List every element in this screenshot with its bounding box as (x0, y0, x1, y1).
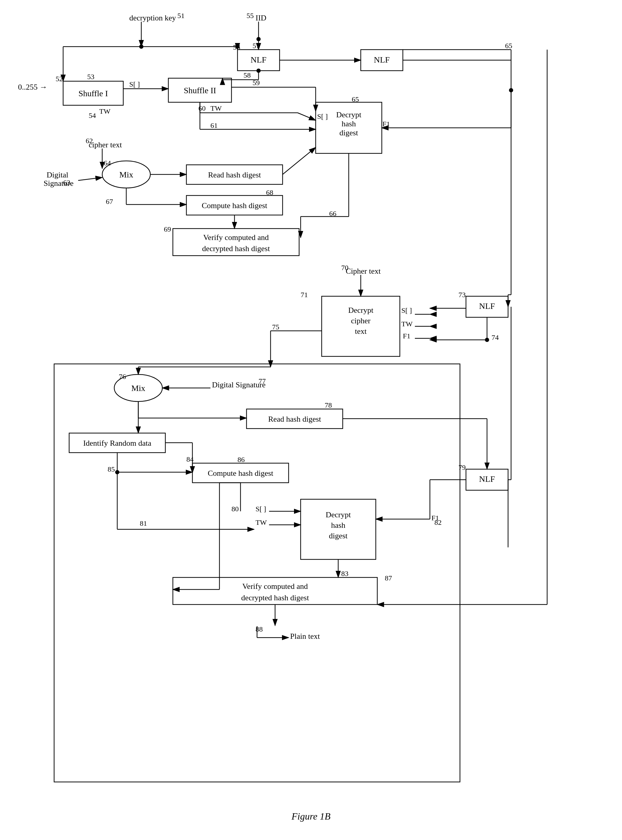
decrypt-hash1-line2: hash (341, 119, 356, 128)
verify2-line2: decrypted hash digest (241, 593, 309, 602)
label-67: 67 (106, 198, 113, 205)
svg-point-17 (235, 44, 239, 49)
label-79: 79 (459, 463, 466, 471)
label-86: 86 (238, 456, 245, 463)
label-59: 59 (253, 79, 260, 87)
label-88: 88 (256, 625, 263, 633)
label-74: 74 (491, 333, 499, 341)
verify1-line1: Verify computed and (203, 233, 269, 242)
identify-random-label: Identify Random data (83, 439, 151, 447)
label-81: 81 (140, 519, 147, 527)
label-70: 70 (341, 264, 348, 272)
label-53: 53 (87, 73, 95, 81)
nlf3-label: NLF (479, 301, 495, 311)
svg-line-22 (297, 113, 316, 120)
decrypt-cipher-box (322, 296, 400, 356)
label-64: 64 (104, 159, 111, 167)
f1-1-label: F1 (383, 120, 390, 128)
label-57: 57 (253, 42, 260, 50)
s-arr3: S[ ] (256, 505, 266, 513)
iid-label: IID (256, 14, 266, 22)
decrypt-hash1-line1: Decrypt (336, 110, 362, 119)
decrypt-hash2-line3: digest (329, 531, 348, 540)
verify2-line1: Verify computed and (242, 582, 308, 591)
figure-label: Figure 1B (291, 811, 331, 822)
label-76: 76 (119, 373, 126, 380)
cipher-text-in-label: cipher text (89, 141, 122, 149)
label-71: 71 (300, 291, 308, 299)
s-arr1: S[ ] (129, 80, 140, 88)
read-hash2-label: Read hash digest (268, 415, 322, 423)
verify1-line2: decrypted hash digest (202, 244, 270, 253)
label-51: 51 (177, 12, 184, 20)
plain-text-label: Plain text (290, 632, 320, 641)
label-62: 62 (86, 137, 93, 145)
mix2-label: Mix (131, 383, 145, 393)
svg-line-39 (283, 147, 316, 174)
svg-line-31 (78, 177, 102, 180)
label-55: 55 (247, 12, 254, 20)
zero-255-label: 0..255 → (18, 83, 47, 92)
tw2-label: TW (210, 104, 222, 112)
label-65: 65 (352, 95, 359, 103)
svg-point-12 (256, 69, 261, 73)
decrypt-hash1-line3: digest (339, 128, 358, 137)
label-54: 54 (89, 111, 96, 119)
decryption-key-label: decryption key (129, 14, 176, 22)
label-80: 80 (232, 505, 239, 513)
label-52: 52 (56, 75, 63, 83)
nlf1-label: NLF (251, 55, 267, 64)
label-63: 63 (63, 179, 70, 186)
diagram-container: decryption key 51 IID 55 NLF 56 57 NLF 0… (0, 0, 622, 840)
read-hash1-label: Read hash digest (208, 171, 261, 179)
decrypt-cipher-line3: text (355, 327, 367, 336)
digital-sig2-label: Digital Signature (212, 380, 265, 389)
label-73: 73 (459, 291, 466, 299)
decrypt-cipher-line2: cipher (351, 316, 370, 325)
mix1-label: Mix (119, 170, 134, 179)
tw-cipher: TW (401, 320, 413, 328)
digital-sig1-label: Digital (47, 171, 68, 179)
label-85: 85 (108, 465, 115, 473)
shuffle1-label: Shuffle I (78, 89, 108, 98)
label-58: 58 (244, 71, 251, 79)
nlf2-label: NLF (374, 55, 390, 64)
shuffle2-label: Shuffle II (184, 86, 216, 95)
compute-hash1-label: Compute hash digest (202, 201, 268, 210)
tw1-label: TW (99, 107, 111, 115)
nlf4-label: NLF (479, 474, 495, 484)
cipher-text2-label: Cipher text (346, 267, 381, 275)
decrypt-hash2-line1: Decrypt (326, 510, 351, 519)
outer-rect (54, 364, 460, 782)
label-83: 83 (341, 570, 348, 577)
decrypt-cipher-line1: Decrypt (348, 306, 374, 315)
label-75: 75 (272, 323, 279, 331)
label-69: 69 (164, 225, 171, 233)
label-82: 82 (434, 518, 442, 526)
tw3: TW (256, 518, 267, 526)
label-60: 60 (198, 104, 206, 112)
label-66: 66 (329, 210, 336, 217)
label-61: 61 (210, 122, 218, 129)
decrypt-hash2-line2: hash (331, 521, 345, 530)
label-68: 68 (266, 189, 273, 196)
label-77: 77 (259, 377, 266, 385)
label-87: 87 (385, 574, 392, 582)
s-arr-cipher: S[ ] (401, 307, 412, 314)
compute-hash2-label: Compute hash digest (208, 469, 274, 478)
label-78: 78 (325, 401, 332, 409)
f1-cipher: F1 (403, 332, 410, 340)
label-65-right: 65 (505, 42, 512, 50)
s-arr2: S[ ] (317, 113, 328, 120)
